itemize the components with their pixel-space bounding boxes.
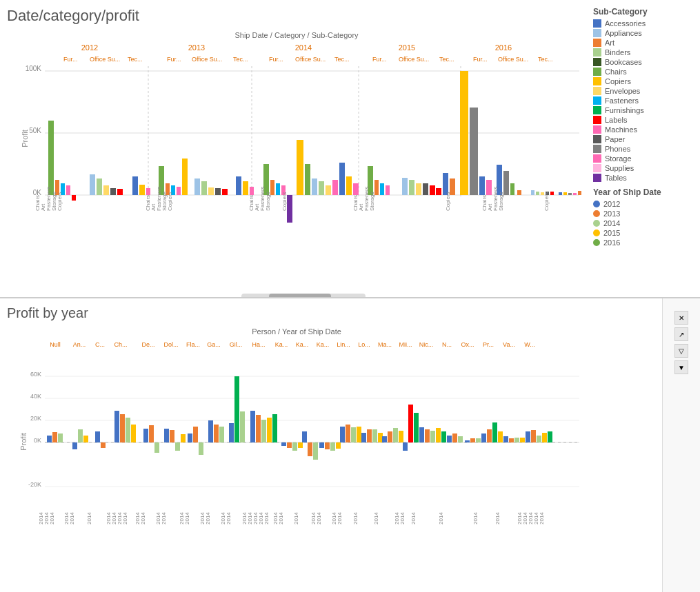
top-chart-area: Date/category/profit Ship Date / Categor…	[0, 0, 586, 297]
svg-text:W...: W...	[524, 341, 535, 348]
bar	[312, 178, 317, 195]
bar	[139, 185, 145, 195]
svg-text:0K: 0K	[34, 437, 41, 444]
svg-text:Lin...: Lin...	[337, 341, 350, 348]
svg-rect-159	[458, 436, 463, 442]
scrollbar-thumb[interactable]	[269, 294, 331, 297]
bar	[66, 185, 70, 195]
filter-button[interactable]: ▽	[674, 344, 688, 358]
svg-rect-136	[336, 442, 341, 449]
svg-rect-99	[95, 431, 100, 442]
svg-rect-174	[542, 433, 547, 442]
svg-rect-128	[292, 442, 297, 451]
svg-rect-160	[465, 440, 470, 442]
svg-text:Ka...: Ka...	[317, 341, 330, 348]
year-legend-item: 2015	[593, 229, 693, 237]
svg-text:2014: 2014	[337, 512, 343, 524]
year-legend-item: 2016	[593, 238, 693, 247]
legend-items: Accessories Appliances Art Binders Bookc…	[593, 19, 693, 182]
legend-item-label: Envelopes	[605, 87, 640, 95]
svg-text:Fur...: Fur...	[372, 56, 387, 63]
bar	[201, 181, 207, 195]
svg-text:2014: 2014	[399, 512, 406, 524]
svg-rect-164	[487, 429, 492, 442]
bar	[409, 180, 414, 195]
expand-button[interactable]: ▼	[674, 360, 688, 374]
svg-text:Storage: Storage	[369, 191, 375, 211]
export-button[interactable]: ↗	[674, 327, 688, 341]
legend-item: Phones	[593, 145, 693, 153]
svg-rect-152	[419, 427, 424, 442]
top-chart-title: Date/category/profit	[7, 7, 586, 25]
svg-text:Office Su...: Office Su...	[498, 56, 528, 63]
bar	[276, 183, 280, 195]
svg-text:Ga...: Ga...	[207, 341, 221, 348]
legend-color-swatch	[593, 164, 601, 172]
svg-text:Nic...: Nic...	[419, 341, 434, 348]
bar	[573, 193, 577, 195]
year-legend-item: 2014	[593, 219, 693, 227]
svg-rect-94	[52, 432, 57, 442]
bottom-chart-title: Profit by year	[7, 305, 662, 321]
bar	[486, 180, 492, 195]
bar	[132, 176, 138, 195]
legend-item-label: Chairs	[605, 68, 627, 76]
legend-item: Fasteners	[593, 96, 693, 105]
svg-rect-127	[287, 442, 292, 448]
svg-text:2014: 2014	[122, 512, 128, 524]
svg-text:2014: 2014	[161, 512, 167, 524]
svg-rect-171	[526, 431, 530, 442]
bar	[103, 185, 109, 195]
svg-rect-93	[47, 436, 52, 442]
legend-panel: Sub-Category Accessories Appliances Art …	[586, 0, 700, 297]
svg-text:Mii...: Mii...	[399, 341, 412, 348]
svg-rect-107	[154, 442, 159, 453]
svg-text:Office Su...: Office Su...	[192, 56, 222, 63]
svg-rect-124	[267, 418, 272, 442]
legend-item-label: Binders	[605, 48, 630, 57]
legend-color-swatch	[593, 145, 601, 153]
svg-rect-132	[313, 442, 318, 460]
bar	[305, 164, 310, 195]
svg-text:Tec...: Tec...	[334, 56, 350, 63]
legend-item-label: Labels	[605, 116, 627, 124]
svg-text:40K: 40K	[30, 393, 41, 400]
svg-text:Copiers: Copiers	[445, 192, 451, 211]
svg-rect-114	[199, 442, 203, 455]
svg-text:2014: 2014	[69, 512, 75, 524]
svg-rect-162	[476, 438, 481, 442]
svg-text:Copiers: Copiers	[543, 192, 550, 211]
svg-text:2014: 2014	[140, 512, 146, 524]
year-dot	[593, 210, 600, 217]
svg-rect-100	[101, 442, 106, 448]
legend-item-label: Furnishings	[605, 106, 644, 114]
svg-text:An...: An...	[73, 341, 86, 348]
svg-rect-95	[58, 433, 63, 442]
svg-rect-153	[425, 429, 430, 442]
bar	[194, 178, 200, 195]
svg-text:2014: 2014	[184, 512, 190, 524]
bar	[339, 163, 345, 195]
svg-rect-165	[492, 422, 497, 442]
svg-rect-119	[234, 376, 239, 442]
year-label: 2013	[603, 210, 620, 218]
svg-rect-169	[514, 438, 519, 442]
bar	[97, 178, 102, 195]
bar	[479, 176, 485, 195]
bar	[72, 195, 76, 201]
bar	[319, 181, 324, 195]
close-button[interactable]: ✕	[674, 311, 688, 325]
legend-item: Chairs	[593, 68, 693, 76]
svg-text:Profit: Profit	[21, 130, 29, 147]
svg-text:2014: 2014	[205, 512, 211, 524]
bar	[443, 173, 448, 195]
bar	[550, 192, 554, 195]
svg-rect-175	[548, 431, 552, 442]
legend-color-swatch	[593, 106, 601, 114]
svg-text:Null: Null	[50, 341, 61, 348]
svg-rect-146	[388, 431, 392, 442]
svg-rect-125	[272, 414, 277, 442]
bar	[243, 181, 248, 195]
bar	[568, 193, 572, 195]
bar	[236, 176, 241, 195]
